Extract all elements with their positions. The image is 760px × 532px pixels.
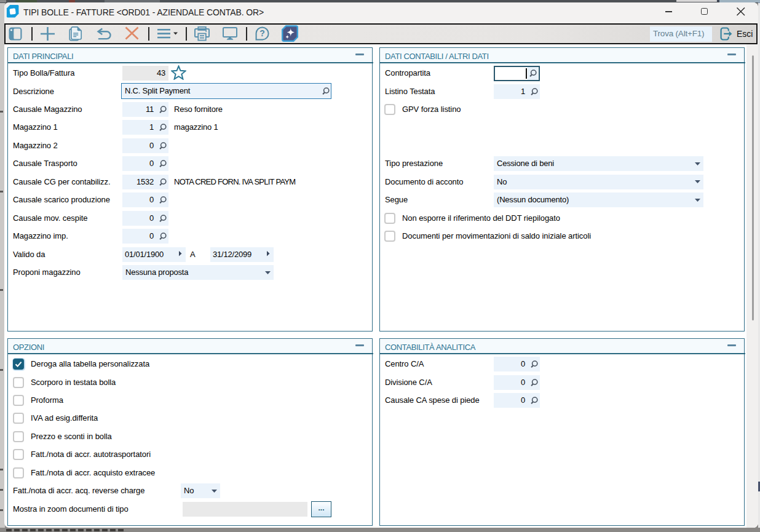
svg-text:?: ?: [259, 28, 265, 38]
